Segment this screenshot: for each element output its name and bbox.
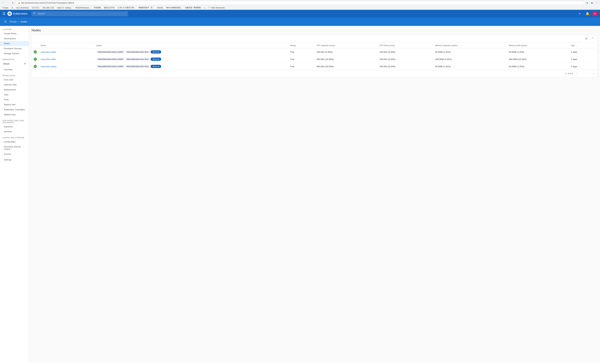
- folder-icon: 📁: [208, 7, 211, 9]
- bookmark-nvidia[interactable]: NVIDIA Releases...: [75, 6, 92, 9]
- notifications-button[interactable]: 🔔: [585, 11, 590, 17]
- sidebar-item-nodes[interactable]: Nodes: [0, 41, 29, 46]
- bookmark-osu[interactable]: osu | Deardrops: [15, 6, 30, 9]
- pagination-info: 1 - 3 of 3: [565, 73, 573, 75]
- sort-icon: ↑: [576, 45, 577, 46]
- bookmark-nvidia-label: NVIDIA Releases...: [75, 7, 91, 9]
- node-name-link[interactable]: haozi.k8s-node2: [41, 51, 56, 53]
- sidebar-item-replica-sets[interactable]: Replica Sets: [0, 102, 29, 107]
- col-age[interactable]: Age ↑: [569, 43, 597, 48]
- bookmark-icp[interactable]: 开始备案: [93, 6, 102, 9]
- browser-chrome: ← → ↻ 🔒 k8s-dashboard.haozi.local:31413/…: [0, 0, 600, 10]
- bookmark-smms[interactable]: SM.MS: [156, 6, 164, 9]
- browser-toolbar: ← → ↻ 🔒 k8s-dashboard.haozi.local:31413/…: [0, 0, 600, 6]
- cluster-section-title: Cluster: [0, 27, 29, 31]
- bookmark-apps-label: Apps: [4, 7, 8, 9]
- table-header-row: Name Labels Ready CPU requests (cores) C…: [32, 43, 597, 48]
- sidebar-item-stateful-sets[interactable]: Stateful Sets: [0, 112, 29, 117]
- node-name-link[interactable]: haozi.k8s-master: [41, 65, 57, 68]
- prev-page-button[interactable]: ‹: [581, 71, 585, 76]
- bookmark-g[interactable]: G: [11, 6, 14, 9]
- bookmark-mc[interactable]: [1.8/1.7.10 索引引神...: [117, 6, 136, 9]
- cell-cpu-req: 100.00m (5.00%): [315, 48, 377, 56]
- breadcrumb-parent[interactable]: Cluster: [10, 20, 17, 23]
- sidebar-item-cluster-roles[interactable]: Cluster Roles: [0, 31, 29, 36]
- sidebar-item-services[interactable]: Services: [0, 129, 29, 134]
- apps-icon: ☷: [2, 7, 4, 9]
- search-input[interactable]: [38, 12, 126, 15]
- sidebar-item-jobs[interactable]: Jobs: [0, 92, 29, 97]
- sidebar-item-cron-jobs[interactable]: Cron Jobs: [0, 77, 29, 82]
- bookmark-127[interactable]: 127.0.0.1: [31, 6, 40, 9]
- menu-button[interactable]: ⋮: [595, 1, 599, 5]
- avatar[interactable]: A: [592, 11, 597, 16]
- namespace-selector[interactable]: default: [0, 61, 29, 66]
- breadcrumb-current: Nodes: [21, 20, 27, 23]
- sidebar-item-storage-classes[interactable]: Storage Classes: [0, 51, 29, 56]
- workloads-section-title: Workloads: [0, 73, 29, 77]
- sidebar-item-namespaces[interactable]: Namespaces: [0, 36, 29, 41]
- bookmark-button[interactable]: ★: [585, 1, 589, 5]
- cell-name: haozi.k8s-node2: [39, 48, 94, 56]
- namespace-select[interactable]: default: [3, 62, 26, 65]
- col-status: [32, 43, 39, 48]
- pagination: 1 - 3 of 3 ⇤ ‹ › ⇥: [32, 70, 597, 77]
- node-name-link[interactable]: haozi.k8s-node1: [41, 58, 56, 60]
- discovery-section: Discovery and Load Balancing Ingresses S…: [0, 118, 29, 134]
- sidebar-item-pvc[interactable]: Persistent Volume Claims: [0, 144, 29, 152]
- cell-labels: beta.kubernetes.io/arch: amd64beta.kuber…: [94, 63, 288, 70]
- bookmark-smms-label: SM.MS: [157, 7, 163, 9]
- bookmark-active[interactable]: active: 0 - waiting...: [56, 6, 73, 9]
- bookmark-shen[interactable]: 神秘研究助手 · 百...: [138, 6, 155, 9]
- cell-labels: beta.kubernetes.io/arch: amd64beta.kuber…: [94, 48, 288, 56]
- status-icon: ✓: [34, 58, 37, 61]
- cell-status: ✓: [32, 48, 39, 56]
- sidebar-item-deployments[interactable]: Deployments: [0, 87, 29, 92]
- show-all-labels-button[interactable]: Show all: [150, 50, 161, 54]
- sidebar-item-ingresses[interactable]: Ingresses: [0, 124, 29, 129]
- back-button[interactable]: ←: [1, 1, 5, 5]
- sidebar-item-replication-controllers[interactable]: Replication Controllers: [0, 107, 29, 112]
- app: ☰ kubernetes 🔍 + 🔔 A: [0, 10, 600, 363]
- sidebar-item-pods[interactable]: Pods: [0, 97, 29, 102]
- bookmark-192-label: 192.168.1.116: [43, 7, 54, 9]
- bookmark-192[interactable]: 192.168.1.116: [42, 6, 55, 9]
- sidebar: Cluster Cluster Roles Namespaces Nodes P…: [0, 26, 29, 363]
- cell-ready: True: [288, 56, 315, 63]
- add-button[interactable]: +: [577, 11, 583, 17]
- breadcrumb-menu-button[interactable]: ☰: [3, 19, 8, 25]
- bookmark-more-label: »: [204, 7, 205, 9]
- sidebar-item-persistent-volumes[interactable]: Persistent Volumes: [0, 46, 29, 51]
- sidebar-item-settings[interactable]: Settings: [0, 157, 29, 162]
- show-all-labels-button[interactable]: Show all: [150, 65, 161, 68]
- sidebar-item-secrets[interactable]: Secrets: [0, 152, 29, 157]
- menu-hamburger-button[interactable]: ☰: [3, 12, 5, 16]
- first-page-button[interactable]: ⇤: [575, 71, 580, 76]
- settings-section: Settings: [0, 157, 29, 162]
- next-page-button[interactable]: ›: [586, 71, 590, 76]
- bookmark-apps[interactable]: ☷ Apps: [1, 6, 9, 9]
- overview-section: Overview: [0, 67, 29, 72]
- forward-button[interactable]: →: [6, 1, 10, 5]
- bookmark-wechat[interactable]: 微信公众平台: [103, 6, 116, 9]
- bookmark-other[interactable]: 📁 Other Bookmarks: [207, 6, 226, 9]
- address-bar[interactable]: 🔒 k8s-dashboard.haozi.local:31413/#/node…: [16, 1, 584, 5]
- col-mem-req: Memory requestes (bytes): [433, 43, 507, 48]
- show-all-labels-button[interactable]: Show all: [150, 58, 161, 61]
- last-page-button[interactable]: ⇥: [591, 71, 595, 76]
- bookmark-container[interactable]: 创建容器 · 网易蜂巢: [184, 6, 202, 9]
- avatar-label: A: [594, 12, 596, 15]
- bookmark-more[interactable]: »: [203, 6, 206, 9]
- filter-button[interactable]: [584, 36, 589, 41]
- reload-button[interactable]: ↻: [11, 1, 15, 5]
- collapse-button[interactable]: ⌃: [590, 36, 595, 41]
- cell-status: ✓: [32, 56, 39, 63]
- sidebar-item-overview[interactable]: Overview: [0, 67, 29, 72]
- sidebar-item-config-maps[interactable]: Config Maps: [0, 139, 29, 144]
- cell-name: haozi.k8s-node1: [39, 56, 94, 63]
- bookmark-other-label: Other Bookmarks: [211, 7, 225, 9]
- bookmark-minecraft[interactable]: Minecraft服务器优...: [165, 6, 183, 9]
- search-box[interactable]: 🔍: [31, 11, 128, 16]
- extension-btn-1[interactable]: ■: [590, 1, 594, 5]
- sidebar-item-daemon-sets[interactable]: Daemon Sets: [0, 82, 29, 87]
